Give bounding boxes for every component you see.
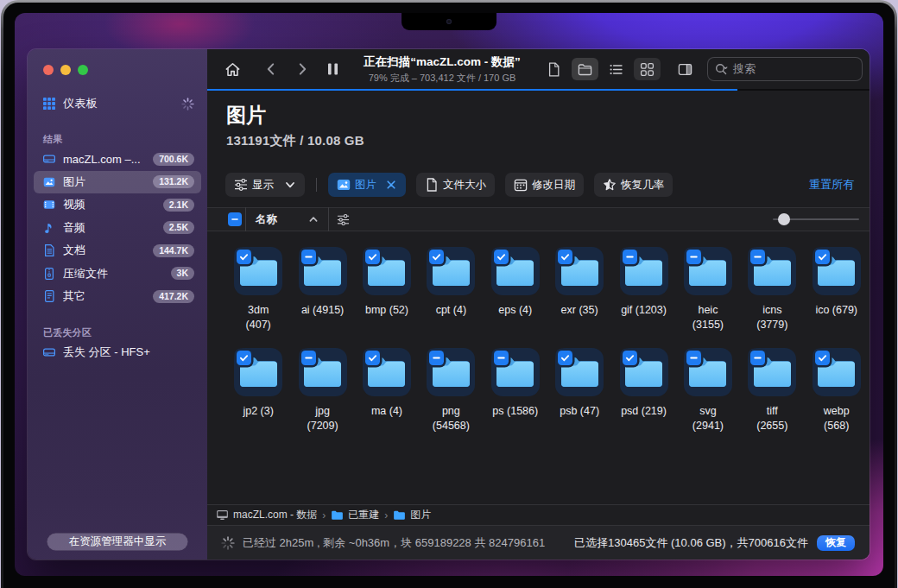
- folder-tile[interactable]: [555, 247, 604, 295]
- folder-tile[interactable]: [427, 348, 475, 396]
- folder-checkbox[interactable]: [558, 250, 572, 264]
- folder-tile[interactable]: [491, 247, 540, 295]
- folder-item[interactable]: icns(3779): [740, 247, 804, 348]
- zoom-window-button[interactable]: [78, 65, 88, 75]
- folder-item[interactable]: gif (1203): [611, 247, 675, 348]
- name-column-header[interactable]: 名称: [256, 212, 277, 227]
- folder-tile[interactable]: [748, 247, 796, 295]
- sidebar-item-dashboard[interactable]: 仪表板: [28, 92, 207, 115]
- folder-item[interactable]: psb (47): [547, 348, 611, 449]
- folder-tile[interactable]: [491, 348, 540, 396]
- folder-checkbox[interactable]: [237, 351, 251, 365]
- folder-checkbox[interactable]: [494, 351, 509, 365]
- breadcrumb-item[interactable]: › 图片: [379, 508, 431, 522]
- filter-chip[interactable]: 图片: [328, 173, 406, 197]
- pause-scan-button[interactable]: [327, 63, 338, 75]
- folder-item[interactable]: psd (219): [611, 348, 675, 449]
- folder-tile[interactable]: [684, 348, 732, 396]
- folder-item[interactable]: webp(568): [805, 348, 869, 449]
- folder-checkbox[interactable]: [815, 250, 830, 264]
- folder-checkbox[interactable]: [815, 351, 830, 365]
- view-folder-button[interactable]: [572, 58, 598, 80]
- folder-item[interactable]: ico (679): [805, 247, 869, 348]
- filter-chip[interactable]: 恢复几率: [594, 173, 673, 197]
- recover-button[interactable]: 恢复: [817, 535, 855, 551]
- folder-item[interactable]: tiff(2655): [740, 348, 804, 449]
- folder-checkbox[interactable]: [301, 351, 316, 365]
- folder-checkbox[interactable]: [686, 250, 701, 264]
- sidebar-item[interactable]: 压缩文件 3K: [34, 262, 201, 286]
- forward-button[interactable]: [294, 61, 310, 77]
- folder-checkbox[interactable]: [365, 250, 380, 264]
- folder-checkbox[interactable]: [623, 250, 637, 264]
- folder-item[interactable]: svg(2941): [676, 348, 740, 449]
- back-button[interactable]: [263, 61, 279, 77]
- sidebar-item[interactable]: 图片 131.2K: [34, 171, 201, 194]
- reset-all-link[interactable]: 重置所有: [809, 177, 854, 193]
- view-columns-button[interactable]: [672, 58, 699, 80]
- folder-item[interactable]: heic(3155): [676, 247, 740, 348]
- folder-checkbox[interactable]: [558, 351, 572, 365]
- folder-tile[interactable]: [555, 348, 604, 396]
- sidebar-item[interactable]: 音频 2.5K: [34, 217, 201, 240]
- sidebar-item[interactable]: macZL.com –... 700.6K: [34, 148, 201, 171]
- folder-checkbox[interactable]: [365, 351, 380, 365]
- folder-item[interactable]: ma (4): [355, 348, 419, 449]
- folder-tile[interactable]: [813, 348, 861, 396]
- folder-tile[interactable]: [620, 247, 668, 295]
- folder-tile[interactable]: [234, 247, 282, 295]
- sidebar-item[interactable]: 其它 417.2K: [34, 285, 201, 308]
- folder-checkbox[interactable]: [494, 250, 509, 264]
- sidebar-item[interactable]: 文档 144.7K: [34, 239, 201, 262]
- folder-tile[interactable]: [684, 247, 732, 295]
- folder-checkbox[interactable]: [686, 351, 701, 365]
- view-grid-button[interactable]: [634, 58, 661, 80]
- filter-chip[interactable]: 修改日期: [505, 173, 584, 197]
- icon-size-slider[interactable]: [773, 213, 859, 225]
- folder-checkbox[interactable]: [237, 250, 251, 264]
- show-filter-dropdown[interactable]: 显示: [225, 173, 305, 197]
- sort-ascending-icon[interactable]: [308, 214, 319, 224]
- folder-item[interactable]: jpg(7209): [290, 348, 354, 449]
- folder-tile[interactable]: [234, 348, 282, 396]
- folder-tile[interactable]: [363, 247, 411, 295]
- folder-checkbox[interactable]: [623, 351, 637, 365]
- breadcrumb-item[interactable]: macZL.com - 数据: [216, 508, 317, 522]
- folder-item[interactable]: png(54568): [419, 348, 483, 449]
- folder-item[interactable]: ps (1586): [484, 348, 547, 449]
- minimize-window-button[interactable]: [60, 65, 71, 75]
- folder-checkbox[interactable]: [429, 250, 444, 264]
- folder-item[interactable]: cpt (4): [419, 247, 483, 348]
- folder-checkbox[interactable]: [301, 250, 316, 264]
- sidebar-item[interactable]: 丢失 分区 - HFS+: [34, 341, 201, 364]
- folder-item[interactable]: eps (4): [484, 247, 547, 348]
- folder-tile[interactable]: [748, 348, 796, 396]
- folder-item[interactable]: ai (4915): [290, 247, 354, 348]
- sidebar-item[interactable]: 视频 2.1K: [34, 193, 201, 217]
- column-options-icon[interactable]: [337, 213, 350, 226]
- folder-checkbox[interactable]: [429, 351, 444, 365]
- folder-tile[interactable]: [363, 348, 411, 396]
- folder-tile[interactable]: [299, 348, 347, 396]
- search-input[interactable]: 搜索: [708, 58, 862, 80]
- folder-tile[interactable]: [427, 247, 475, 295]
- home-button[interactable]: [224, 61, 241, 78]
- breadcrumb-item[interactable]: › 已重建: [317, 508, 379, 522]
- close-window-button[interactable]: [43, 65, 54, 75]
- remove-filter-icon[interactable]: [385, 179, 397, 191]
- view-file-button[interactable]: [541, 58, 567, 80]
- view-list-button[interactable]: [603, 58, 629, 80]
- folder-checkbox[interactable]: [750, 351, 765, 365]
- reveal-in-explorer-button[interactable]: 在资源管理器中显示: [47, 534, 187, 550]
- folder-tile[interactable]: [813, 247, 861, 295]
- folder-item[interactable]: jp2 (3): [226, 348, 290, 449]
- folder-item[interactable]: bmp (52): [355, 247, 419, 348]
- folder-tile[interactable]: [299, 247, 347, 295]
- filter-chip[interactable]: 文件大小: [416, 173, 495, 197]
- folder-tile[interactable]: [620, 348, 668, 396]
- folder-item[interactable]: 3dm(407): [226, 247, 290, 348]
- folder-checkbox[interactable]: [750, 250, 765, 264]
- slider-knob[interactable]: [778, 213, 790, 225]
- folder-item[interactable]: exr (35): [547, 247, 611, 348]
- select-all-checkbox[interactable]: [228, 212, 242, 226]
